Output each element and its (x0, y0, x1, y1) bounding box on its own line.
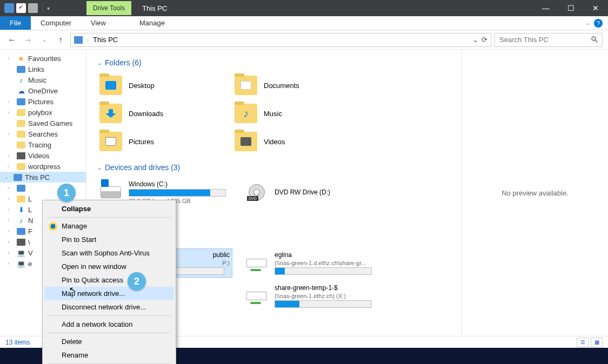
titlebar: ▾ Drive Tools This PC — ☐ ✕ (0, 0, 608, 16)
tree-item-tracing[interactable]: Tracing (0, 139, 86, 150)
ctx-pin-start[interactable]: Pin to Start (44, 233, 174, 246)
chevron-down-icon: ⌄ (97, 165, 102, 171)
context-menu: Collapse Manage Pin to Start Scan with S… (42, 200, 176, 364)
preview-pane: No preview available. (462, 50, 608, 336)
callout-badge-1: 1 (57, 184, 76, 202)
chevron-down-icon[interactable]: ▾ (47, 5, 50, 11)
minimize-button[interactable]: — (533, 0, 558, 16)
tree-item-wordpress[interactable]: ›wordpress (0, 161, 86, 172)
drive-share-green[interactable]: share-green-temp-1-$ (\\nas-green-1.ethz… (243, 282, 378, 310)
address-dropdown-icon[interactable]: ⌄ (472, 36, 478, 44)
tree-item-this-pc[interactable]: ⌄This PC (0, 172, 86, 183)
address-text: This PC (93, 36, 118, 44)
ribbon-tab-view[interactable]: View (81, 16, 116, 30)
tree-item-videos[interactable]: ›Videos (0, 150, 86, 161)
close-button[interactable]: ✕ (583, 0, 608, 16)
qat-icon[interactable] (16, 3, 26, 13)
tree-item-pictures[interactable]: ›Pictures (0, 96, 86, 107)
drive-eglina[interactable]: eglina (\\nas-green-1.d.ethz.ch\share-gr… (243, 248, 378, 278)
tree-item-searches[interactable]: ›Searches (0, 129, 86, 139)
ctx-rename[interactable]: Rename (44, 348, 174, 362)
tree-item-saved-games[interactable]: Saved Games (0, 118, 86, 129)
tree-item-favourites[interactable]: ›★Favourites (0, 53, 86, 64)
folder-downloads[interactable]: Downloads (97, 102, 222, 125)
ctx-disconnect-network-drive[interactable]: Disconnect network drive... (44, 300, 174, 314)
ctx-manage[interactable]: Manage (44, 219, 174, 233)
tree-item-music[interactable]: ♪Music (0, 75, 86, 85)
shield-icon (49, 222, 57, 231)
dvd-icon: DVD (245, 183, 268, 202)
tree-item-links[interactable]: Links (0, 64, 86, 75)
preview-text: No preview available. (502, 189, 569, 197)
help-icon[interactable]: ? (594, 19, 603, 28)
chevron-down-icon: ⌄ (97, 60, 102, 66)
ctx-pin-quick-access[interactable]: Pin to Quick access (44, 273, 174, 287)
folder-icon (235, 76, 257, 95)
contextual-tab-drive-tools[interactable]: Drive Tools (86, 1, 131, 15)
folder-documents[interactable]: Documents (232, 73, 357, 97)
ctx-add-network-location[interactable]: Add a network location (44, 318, 174, 331)
search-input[interactable] (499, 36, 590, 44)
pc-icon (74, 36, 83, 44)
tree-item-onedrive[interactable]: ☁OneDrive (0, 85, 86, 96)
ctx-collapse[interactable]: Collapse (44, 202, 174, 215)
address-bar[interactable]: › This PC ⌄ ⟳ (70, 33, 491, 47)
drive-icon (99, 183, 122, 202)
qat-icon-2[interactable] (28, 3, 38, 13)
folder-icon: ♪ (235, 104, 257, 123)
nav-forward-button[interactable]: → (22, 33, 35, 46)
view-details-button[interactable]: ☰ (577, 338, 589, 347)
section-folders-header[interactable]: ⌄ Folders (6) (97, 58, 451, 67)
folder-videos[interactable]: Videos (232, 130, 357, 153)
window-title: This PC (142, 4, 167, 12)
section-drives-header[interactable]: ⌄ Devices and drives (3) (97, 163, 451, 172)
folder-icon (99, 104, 122, 123)
ribbon-tab-manage[interactable]: Manage (130, 16, 175, 30)
ctx-map-network-drive[interactable]: Map network drive... (44, 287, 174, 300)
ctx-open-new-window[interactable]: Open in new window (44, 260, 174, 273)
nav-back-button[interactable]: ← (5, 33, 18, 46)
ribbon-file-tab[interactable]: File (0, 16, 31, 30)
chevron-right-icon: › (87, 37, 89, 43)
folder-pictures[interactable]: Pictures (97, 130, 222, 153)
ribbon-tab-computer[interactable]: Computer (31, 16, 81, 30)
search-box[interactable]: 🔍︎ (495, 33, 603, 47)
maximize-button[interactable]: ☐ (558, 0, 583, 16)
folder-icon (235, 132, 257, 151)
refresh-icon[interactable]: ⟳ (482, 36, 487, 44)
status-item-count: 13 items (5, 339, 30, 346)
nav-history-button[interactable]: ⌄ (38, 33, 51, 46)
view-icons-button[interactable]: ▦ (591, 338, 603, 347)
folder-icon (99, 76, 122, 95)
network-drive-icon (245, 253, 268, 273)
search-icon[interactable]: 🔍︎ (590, 35, 599, 45)
ribbon: File Computer View Manage ⌄ ? (0, 16, 608, 30)
app-icon (4, 3, 14, 13)
folder-music[interactable]: ♪Music (232, 102, 357, 125)
tree-item-polybox[interactable]: ›polybox (0, 107, 86, 118)
ctx-scan-sophos[interactable]: Scan with Sophos Anti-Virus (44, 246, 174, 260)
network-drive-icon (245, 286, 268, 306)
nav-up-button[interactable]: ↑ (54, 33, 67, 46)
ctx-delete[interactable]: Delete (44, 335, 174, 348)
folder-icon (99, 132, 122, 151)
navbar: ← → ⌄ ↑ › This PC ⌄ ⟳ 🔍︎ (0, 30, 608, 50)
drive-dvd[interactable]: DVD DVD RW Drive (D:) (243, 178, 378, 206)
folder-desktop[interactable]: Desktop (97, 73, 222, 97)
ribbon-collapse-icon[interactable]: ⌄ (585, 20, 590, 26)
callout-badge-2: 2 (128, 272, 146, 291)
